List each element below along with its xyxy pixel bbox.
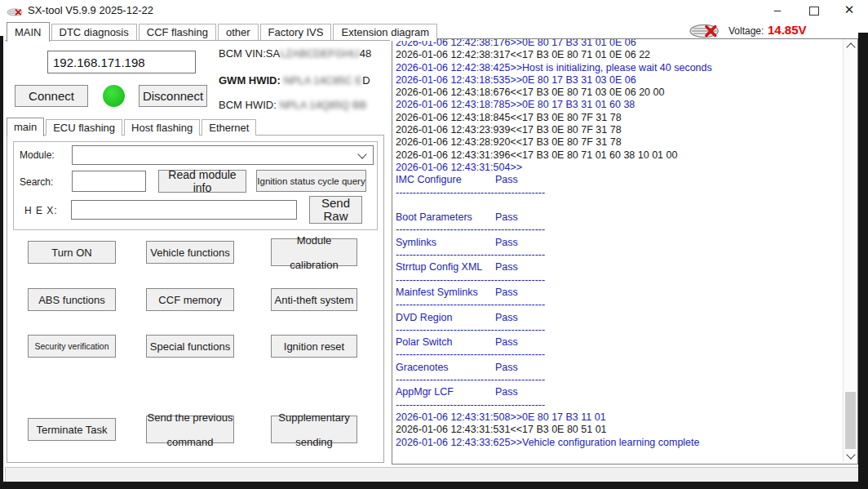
log-line: 2026-01-06 12:43:18:845<<17 B3 0E 80 7F … [396,112,836,124]
bcm-vin-redacted: LZABCDEFGHIJ [280,47,360,60]
log-line: 2026-01-06 12:43:18:676<<17 B3 0E 80 71 … [396,87,836,99]
log-separator: ----------------------------------------… [396,399,836,411]
log-result-line: AppMgr LCFPass [396,386,836,398]
log-line: 2026-01-06 12:43:31:504>> [396,162,836,174]
log-separator: ----------------------------------------… [396,249,836,261]
bcm-hwid-label: BCM HWID: [219,99,277,111]
terminate-task-button[interactable]: Terminate Task [28,418,116,441]
special-functions-button[interactable]: Special functions [146,335,234,358]
log-separator: ----------------------------------------… [396,224,836,236]
tab-underline [5,40,390,41]
log-blank-line [396,199,836,211]
log-result-line: IMC ConfigurePass [396,174,836,186]
log-line: 2026-01-06 12:42:38:176>>0E 80 17 B3 31 … [396,38,836,49]
module-calibration-button[interactable]: Modulecalibration [271,238,357,266]
abs-functions-button[interactable]: ABS functions [28,288,116,311]
send-raw-button[interactable]: Send Raw [309,196,362,224]
tab-factory-ivs[interactable]: Factory IVS [260,24,332,41]
window-edge-bottom [0,482,868,489]
scroll-down-button[interactable] [844,449,857,462]
send-the-previous-command-button[interactable]: Send the previouscommand [146,416,234,443]
log-lines: 2026-01-06 12:42:38:176>>0E 80 17 B3 31 … [396,38,836,449]
bcm-vin-label: BCM VIN: [219,47,266,60]
log-separator: ----------------------------------------… [396,324,836,336]
log-result-line: GracenotesPass [396,362,836,374]
tab-main[interactable]: MAIN [7,22,50,42]
window-edge-right [858,33,868,489]
ignition-reset-button[interactable]: Ignition reset [271,335,357,358]
status-bar [5,467,860,482]
log-separator: ----------------------------------------… [396,274,836,287]
ccf-memory-button[interactable]: CCF memory [146,288,234,311]
gwm-hwid-label: GWM HWID: [219,74,281,87]
subtab-main[interactable]: main [7,118,44,136]
log-separator: ----------------------------------------… [396,187,836,199]
turn-on-button[interactable]: Turn ON [28,241,116,264]
gwm-hwid-line: GWM HWID: NPLA 14C85C ED [219,74,370,87]
log-result-line: Mainfest SymlinksPass [396,287,836,299]
log-line: 2026-01-06 12:43:31:396<<17 B3 0E 80 71 … [396,149,836,162]
anti-theft-system-button[interactable]: Anti-theft system [271,288,357,311]
vehicle-functions-button[interactable]: Vehicle functions [146,241,234,264]
supplementary-sending-button[interactable]: Supplementarysending [271,416,357,443]
tab-ccf-flashing[interactable]: CCF flashing [139,24,216,41]
log-separator: ----------------------------------------… [396,374,836,386]
ignition-status-cycle-query-button[interactable]: Ignition status cycle query [256,170,366,192]
log-result-line: Strrtup Config XMLPass [396,261,836,273]
voltage-label: Voltage: [728,25,764,37]
titlebar: SX-tool V5.9.9 2025-12-22 – ✕ [0,0,868,21]
tab-extension-diagram[interactable]: Extension diagram [333,24,437,41]
connect-button[interactable]: Connect [15,85,88,107]
gwm-hwid-redacted: NPLA 14C85C E [283,74,362,87]
chevron-down-icon [357,149,366,158]
bcm-hwid-line: BCM HWID: NPLA 14Q85Q BB [219,99,366,111]
module-select[interactable] [72,145,374,165]
log-line: 2026-01-06 12:43:18:785>>0E 80 17 B3 31 … [396,99,836,111]
log-line: 2026-01-06 12:43:33:625>>Vehicle configu… [396,437,836,449]
hex-input[interactable] [71,200,297,220]
log-line: 2026-01-06 12:43:31:531<<17 B3 0E 80 51 … [396,424,836,436]
search-input[interactable] [72,171,146,192]
hex-label: H E X: [24,205,58,216]
log-line: 2026-01-06 12:43:23:939<<17 B3 0E 80 7F … [396,124,836,136]
log-line: 2026-01-06 12:43:31:508>>0E 80 17 B3 11 … [396,411,836,424]
tab-dtc-diagnosis[interactable]: DTC diagnosis [51,24,137,41]
connection-status-indicator [103,85,125,107]
scroll-up-button[interactable] [844,39,857,52]
log-result-line: DVD RegionPass [396,312,836,324]
log-line: 2026-01-06 12:42:38:425>>Host is initial… [396,62,836,74]
log-result-line: SymlinksPass [396,237,836,249]
subtab-ethernet[interactable]: Ethernet [202,119,256,136]
log-line: 2026-01-06 12:42:38:317<<17 B3 0E 80 71 … [396,49,836,61]
module-label: Module: [20,149,55,161]
ip-address-input[interactable] [47,51,196,73]
log-line: 2026-01-06 12:43:28:920<<17 B3 0E 80 7F … [396,136,836,149]
scrollbar-thumb[interactable] [845,392,856,451]
read-module-info-button[interactable]: Read module info [158,170,246,193]
minimize-button[interactable]: – [767,2,788,19]
log-separator: ----------------------------------------… [396,349,836,361]
bcm-vin-line: BCM VIN:SALZABCDEFGHIJ48 [219,47,371,60]
log-panel[interactable]: 2026-01-06 12:42:38:176>>0E 80 17 B3 31 … [392,38,858,465]
window-edge-left [0,36,3,482]
app-logo-icon [7,6,24,20]
subtab-ecu-flashing[interactable]: ECU flashing [46,119,122,136]
subtab-host-flashing[interactable]: Host flashing [124,119,200,136]
log-scrollbar[interactable] [843,39,857,462]
bcm-hwid-redacted: NPLA 14Q85Q BB [279,99,366,111]
tab-other[interactable]: other [218,24,259,41]
voltage-value: 14.85V [768,23,807,37]
maximize-icon [809,7,819,16]
security-verification-button[interactable]: Security verification [28,335,116,358]
log-result-line: Polar SwitchPass [396,336,836,349]
disconnect-button[interactable]: Disconnect [139,85,207,107]
app-window: SX-tool V5.9.9 2025-12-22 – ✕ Voltage: 1… [0,0,868,489]
close-button[interactable]: ✕ [839,2,860,19]
log-line: 2026-01-06 12:43:18:535>>0E 80 17 B3 31 … [396,74,836,87]
search-label: Search: [20,176,53,188]
maximize-button[interactable] [804,2,825,19]
log-result-line: Boot ParametersPass [396,211,836,224]
window-title: SX-tool V5.9.9 2025-12-22 [28,4,153,16]
log-separator: ----------------------------------------… [396,299,836,311]
